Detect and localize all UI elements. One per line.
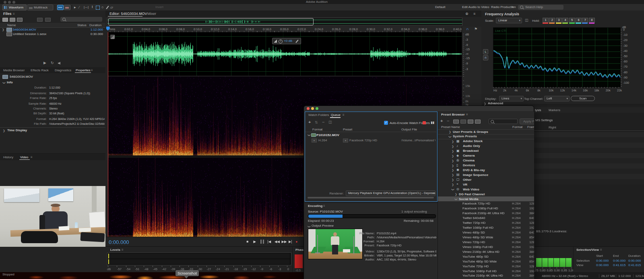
timeline-ruler[interactable]: hms 0:02,00:04,00:06,00:08,00:10,00:12,0…: [108, 27, 462, 33]
output-preview-label[interactable]: Output Preview: [312, 224, 334, 227]
queue-hscrollbar[interactable]: [308, 197, 434, 198]
hud-gain-value[interactable]: +0 dB: [284, 39, 292, 43]
job-output[interactable]: /Volume...t/Personalized Video/video/P: [401, 139, 436, 142]
encoder-zoom-icon[interactable]: [316, 107, 318, 110]
renderer-dropdown[interactable]: Mercury Playback Engine GPU Acceleration…: [346, 190, 436, 196]
preset-tree-row[interactable]: YouTube 2160p 4K Ultra HD H.264 3840: [438, 273, 534, 278]
preset-tree-row[interactable]: Vimeo 720p HD H.264 1280: [438, 240, 534, 244]
rewind-button[interactable]: ◀◀: [275, 240, 280, 244]
trash-icon[interactable]: [45, 18, 51, 22]
selview-value[interactable]: 0:00.000: [628, 259, 641, 262]
preset-remove-icon[interactable]: −: [447, 119, 449, 123]
preset-tree-row[interactable]: ❯▤ Image Sequence: [438, 172, 534, 177]
preset-tree-row[interactable]: YouTube 480p SD H.264 640x: [438, 254, 534, 259]
queue-panel-menu-icon[interactable]: ≡: [343, 114, 345, 117]
advanced-section-label[interactable]: Advanced: [488, 102, 503, 105]
search-help-box[interactable]: Search Help: [518, 5, 564, 10]
tab-video[interactable]: Video: [20, 156, 28, 159]
play-button[interactable]: ▶: [254, 240, 256, 244]
level-meter[interactable]: [107, 252, 291, 265]
apply-preset-button[interactable]: Apply Preset: [520, 118, 534, 124]
encoding-panel-menu-icon[interactable]: ≡: [323, 205, 325, 208]
frequency-analysis-menu-icon[interactable]: ≡: [517, 12, 519, 16]
remove-job-icon[interactable]: −: [322, 120, 324, 124]
preset-tree-row[interactable]: ❯DG Fast Channel: [438, 192, 534, 196]
selview-value[interactable]: 0:00.000: [596, 264, 609, 267]
files-col-name[interactable]: Name: [7, 24, 16, 27]
editor-options-icon[interactable]: ≡: [473, 12, 475, 16]
frequency-graph[interactable]: [493, 27, 621, 87]
time-display[interactable]: 0:00.000: [109, 240, 129, 245]
preset-tree-row[interactable]: ❯▣ Broadcast: [438, 149, 534, 153]
workspace-overflow-icon[interactable]: »: [512, 5, 514, 9]
hold-button-5[interactable]: 5: [569, 18, 575, 23]
duplicate-icon[interactable]: ◫: [328, 120, 332, 124]
hold-button-7[interactable]: 7: [582, 18, 588, 23]
snap-magnet-icon[interactable]: ∩: [466, 27, 469, 31]
selection-view-menu-icon[interactable]: ≡: [600, 248, 602, 252]
stop-queue-button[interactable]: [423, 121, 426, 124]
encoder-minimize-icon[interactable]: [311, 107, 314, 110]
markers-tab[interactable]: Markers: [549, 109, 560, 112]
tab-history[interactable]: History: [3, 156, 13, 159]
skip-to-end-button[interactable]: ▶|: [289, 240, 292, 244]
preset-import-icon[interactable]: [468, 120, 473, 124]
open-file-icon[interactable]: [2, 18, 8, 22]
zoom-window-icon[interactable]: [12, 1, 15, 4]
preset-tree-row[interactable]: Facebook 1080p Full HD H.264 1920: [438, 206, 534, 211]
advanced-chevron-icon[interactable]: ❯: [484, 102, 486, 105]
files-col-status[interactable]: Status: [77, 24, 87, 27]
file-row[interactable]: ❯ 546G0034.MOV 1:12.000: [0, 27, 105, 32]
top-channel-dropdown[interactable]: Left▾: [544, 96, 570, 101]
preset-tree-row[interactable]: ❯Social Media: [438, 196, 534, 201]
record-button[interactable]: ●: [296, 240, 298, 244]
new-item-icon[interactable]: [17, 18, 23, 22]
selview-value[interactable]: 0:00.000: [613, 259, 625, 262]
preset-browser-menu-icon[interactable]: ≡: [466, 113, 468, 116]
preset-tree-row[interactable]: YouTube 1080p Full HD H.264 1920: [438, 269, 534, 273]
preset-tree-row[interactable]: ❯✇ Cinema: [438, 158, 534, 163]
marker-pin-icon[interactable]: ⚑: [474, 27, 477, 31]
preset-tree-row[interactable]: ❯♪ Audio Only: [438, 144, 534, 149]
preset-tree-row[interactable]: Twitter 1080p Full HD H.264 1920: [438, 225, 534, 230]
workspace-0[interactable]: Default: [435, 6, 445, 9]
queue-source-row[interactable]: ❯ P1010152.MOV: [305, 132, 436, 137]
preset-search-box[interactable]: [489, 119, 518, 124]
queue-tab[interactable]: Queue: [331, 114, 341, 117]
add-job-icon[interactable]: +: [308, 120, 311, 124]
tab-effects-rack[interactable]: Effects Rack: [31, 69, 49, 72]
media-encoder-window[interactable]: Watch Folders Queue ≡ + ⇅ − ◫ ✓ Auto-Enc…: [303, 105, 534, 279]
preset-tree-row[interactable]: ❯◉ DVD & Blu-ray: [438, 167, 534, 172]
preset-tree-row[interactable]: Vimeo 480p SD Wide H.264 854x: [438, 235, 534, 240]
preset-tree-row[interactable]: Vimeo 480p SD H.264 640x: [438, 230, 534, 235]
files-col-duration[interactable]: Duration: [89, 24, 101, 27]
files-search-box[interactable]: [60, 17, 102, 22]
scan-button[interactable]: Scan: [571, 96, 595, 101]
preset-tree-row[interactable]: Vimeo 2160p 4K Ultra HD H.264 3840: [438, 249, 534, 254]
preset-col-format[interactable]: Format: [512, 126, 522, 129]
fast-forward-button[interactable]: ▶▶: [282, 240, 287, 244]
import-file-icon[interactable]: [10, 18, 15, 22]
hold-button-8[interactable]: 8: [589, 18, 595, 23]
phase-analysis-tab-fragment[interactable]: lysis: [535, 109, 541, 112]
minimize-window-icon[interactable]: [8, 1, 11, 4]
queue-job-row[interactable]: ▾ H.264 ▾ Facebook 720p HD /Volume...t/P…: [305, 138, 436, 143]
preset-tree-row[interactable]: Vimeo 1080p Full HD H.264 1920: [438, 244, 534, 249]
preset-tree-row[interactable]: ❯▦ Adobe Stock: [438, 139, 534, 144]
preset-new-group-icon[interactable]: [453, 120, 459, 124]
preset-add-icon[interactable]: +: [440, 119, 443, 123]
preset-tree-row[interactable]: ❯▯ Devices: [438, 163, 534, 168]
queue-col-preset[interactable]: Preset: [343, 128, 352, 131]
time-display-chevron-icon[interactable]: ❯: [3, 129, 5, 132]
hud[interactable]: +0 dB: [272, 38, 301, 44]
preset-settings-icon[interactable]: [460, 120, 466, 124]
job-format[interactable]: H.264: [318, 139, 327, 142]
stop-button[interactable]: ■: [246, 240, 248, 244]
preset-tree-row[interactable]: ❯System Presets: [438, 134, 534, 139]
hold-button-6[interactable]: 6: [576, 18, 582, 23]
spot-zoom-icon[interactable]: ⊕: [465, 12, 469, 16]
encoder-titlebar[interactable]: [304, 106, 534, 111]
watch-folders-tab[interactable]: Watch Folders: [308, 114, 329, 117]
editor-panel-menu-icon[interactable]: ≡: [139, 12, 141, 15]
preset-tree-row[interactable]: ❯▢ Other: [438, 177, 534, 182]
